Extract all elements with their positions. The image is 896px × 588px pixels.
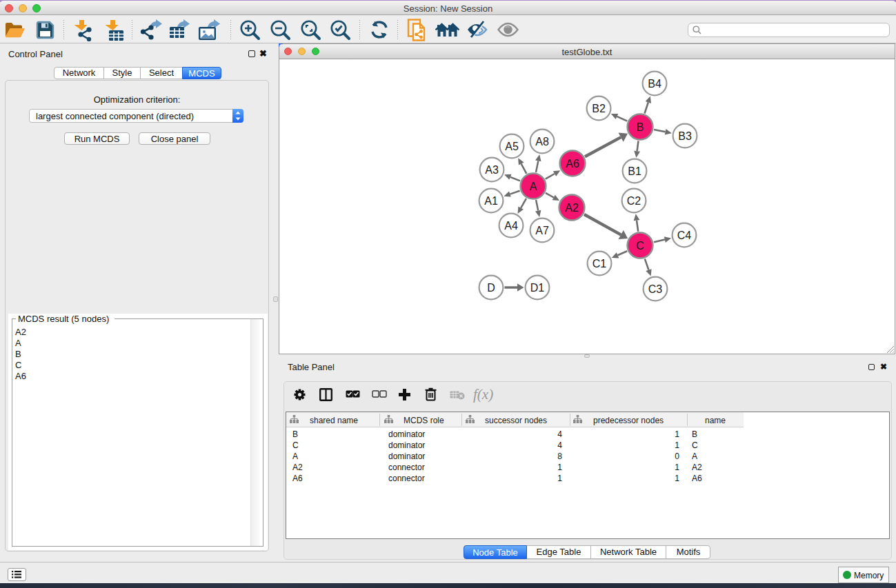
svg-text:B3: B3 bbox=[678, 130, 692, 142]
svg-text:A: A bbox=[530, 181, 537, 192]
svg-text:A5: A5 bbox=[505, 141, 519, 152]
svg-text:C3: C3 bbox=[648, 283, 663, 295]
svg-text:C4: C4 bbox=[677, 230, 692, 241]
svg-text:A2: A2 bbox=[565, 202, 579, 214]
svg-text:C: C bbox=[636, 240, 644, 252]
svg-text:A6: A6 bbox=[566, 158, 579, 170]
svg-text:A4: A4 bbox=[504, 220, 518, 232]
svg-text:C2: C2 bbox=[627, 195, 641, 207]
svg-text:D: D bbox=[487, 282, 495, 294]
svg-text:B: B bbox=[637, 121, 644, 133]
svg-text:A8: A8 bbox=[535, 136, 549, 148]
svg-text:A3: A3 bbox=[485, 164, 499, 176]
svg-text:D1: D1 bbox=[530, 282, 545, 294]
svg-text:B1: B1 bbox=[628, 165, 641, 177]
svg-text:A7: A7 bbox=[535, 225, 549, 236]
svg-text:A1: A1 bbox=[484, 195, 498, 207]
svg-text:B4: B4 bbox=[648, 78, 661, 90]
svg-text:B2: B2 bbox=[592, 103, 606, 114]
svg-text:C1: C1 bbox=[593, 258, 607, 270]
